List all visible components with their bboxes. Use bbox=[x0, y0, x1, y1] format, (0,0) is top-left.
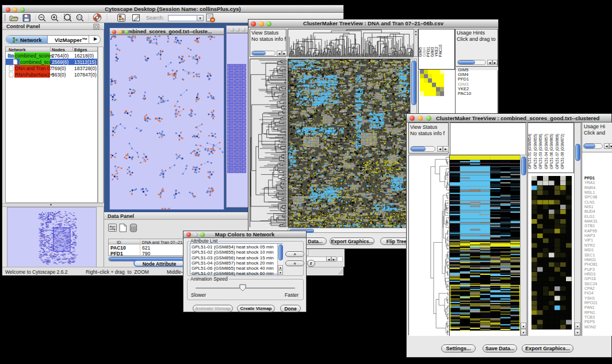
svg-text:1:1: 1:1 bbox=[78, 16, 82, 19]
svg-text:Search:: Search: bbox=[146, 15, 164, 21]
